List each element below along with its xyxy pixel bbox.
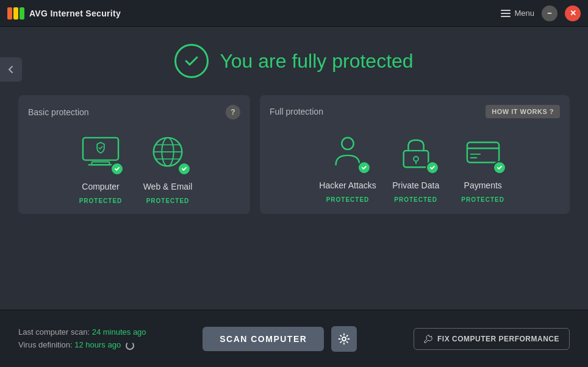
full-protection-header: Full protection HOW IT WORKS ? bbox=[270, 105, 560, 118]
payments-protection-item[interactable]: Payments PROTECTED bbox=[456, 130, 511, 203]
svg-point-16 bbox=[342, 337, 346, 341]
computer-icon-wrapper bbox=[76, 132, 125, 176]
last-scan-value: 24 minutes ago bbox=[92, 327, 146, 337]
computer-label: Computer bbox=[82, 182, 119, 191]
svg-rect-12 bbox=[467, 143, 499, 163]
bottom-actions: SCAN COMPUTER bbox=[203, 326, 357, 352]
payments-check-badge bbox=[493, 161, 506, 174]
last-scan-row: Last computer scan: 24 minutes ago bbox=[18, 327, 146, 337]
web-status: PROTECTED bbox=[146, 198, 190, 204]
menu-icon bbox=[501, 10, 511, 17]
svg-point-8 bbox=[342, 138, 353, 149]
logo-block-red bbox=[7, 7, 12, 20]
fix-performance-button[interactable]: FIX COMPUTER PERFORMANCE bbox=[414, 328, 570, 350]
logo-block-green bbox=[20, 7, 24, 20]
refresh-icon bbox=[126, 341, 134, 350]
how-it-works-button[interactable]: HOW IT WORKS ? bbox=[486, 105, 560, 118]
minimize-button[interactable]: − bbox=[542, 5, 558, 21]
basic-protection-items: Computer PROTECTED bbox=[28, 132, 240, 204]
gear-icon bbox=[338, 333, 350, 345]
hacker-check-badge bbox=[357, 161, 371, 174]
private-data-protection-item[interactable]: Private Data PROTECTED bbox=[389, 130, 443, 203]
title-bar: AVG Internet Security Menu − ✕ bbox=[0, 0, 588, 27]
protected-circle bbox=[174, 44, 209, 78]
full-protection-items: Hacker Attacks PROTECTED bbox=[270, 130, 560, 203]
private-status: PROTECTED bbox=[394, 196, 437, 203]
bottom-info: Last computer scan: 24 minutes ago Virus… bbox=[18, 327, 146, 350]
virus-def-value: 12 hours ago bbox=[74, 340, 121, 349]
computer-status: PROTECTED bbox=[79, 198, 123, 204]
web-check-badge bbox=[177, 162, 191, 176]
payments-label: Payments bbox=[464, 180, 502, 190]
full-protection-title: Full protection bbox=[270, 107, 323, 116]
title-bar-right: Menu − ✕ bbox=[501, 5, 581, 21]
bottom-bar: Last computer scan: 24 minutes ago Virus… bbox=[0, 310, 588, 367]
hacker-label: Hacker Attacks bbox=[319, 180, 376, 190]
scan-computer-button[interactable]: SCAN COMPUTER bbox=[203, 327, 324, 351]
hacker-status: PROTECTED bbox=[326, 196, 370, 203]
cards-container: Basic protection ? bbox=[18, 95, 570, 214]
virus-def-label: Virus definition: bbox=[18, 340, 73, 349]
svg-point-10 bbox=[414, 157, 418, 162]
computer-check-badge bbox=[110, 162, 124, 176]
computer-protection-item[interactable]: Computer PROTECTED bbox=[73, 132, 128, 204]
title-bar-left: AVG Internet Security bbox=[7, 7, 121, 20]
web-icon-wrapper bbox=[143, 132, 192, 176]
sidebar-toggle[interactable] bbox=[0, 57, 22, 82]
help-button[interactable]: ? bbox=[226, 105, 240, 119]
close-button[interactable]: ✕ bbox=[565, 5, 581, 21]
logo-block-yellow bbox=[13, 7, 18, 20]
fix-button-label: FIX COMPUTER PERFORMANCE bbox=[437, 335, 559, 343]
svg-rect-9 bbox=[403, 151, 428, 167]
menu-button[interactable]: Menu bbox=[501, 9, 534, 18]
payments-status: PROTECTED bbox=[461, 196, 504, 203]
hacker-icon-wrapper bbox=[323, 130, 372, 174]
private-check-badge bbox=[426, 161, 439, 174]
virus-def-row: Virus definition: 12 hours ago bbox=[18, 340, 146, 350]
payments-icon-wrapper bbox=[459, 130, 507, 174]
basic-protection-header: Basic protection ? bbox=[28, 105, 240, 119]
basic-protection-card: Basic protection ? bbox=[18, 95, 250, 214]
web-label: Web & Email bbox=[143, 182, 193, 191]
private-label: Private Data bbox=[392, 180, 439, 190]
private-icon-wrapper bbox=[392, 130, 440, 174]
hacker-protection-item[interactable]: Hacker Attacks PROTECTED bbox=[319, 130, 376, 203]
protected-header: You are fully protected bbox=[174, 44, 413, 78]
protected-title: You are fully protected bbox=[220, 50, 413, 73]
basic-protection-title: Basic protection bbox=[28, 107, 89, 117]
wrench-icon bbox=[424, 335, 432, 343]
last-scan-label: Last computer scan: bbox=[18, 327, 90, 337]
avg-logo bbox=[7, 7, 24, 20]
checkmark-icon bbox=[184, 53, 199, 69]
menu-label: Menu bbox=[514, 9, 534, 18]
full-protection-card: Full protection HOW IT WORKS ? bbox=[260, 95, 570, 214]
settings-button[interactable] bbox=[331, 326, 357, 352]
app-title: AVG Internet Security bbox=[29, 9, 121, 18]
main-content: You are fully protected Basic protection… bbox=[0, 27, 588, 337]
web-email-protection-item[interactable]: Web & Email PROTECTED bbox=[140, 132, 195, 204]
